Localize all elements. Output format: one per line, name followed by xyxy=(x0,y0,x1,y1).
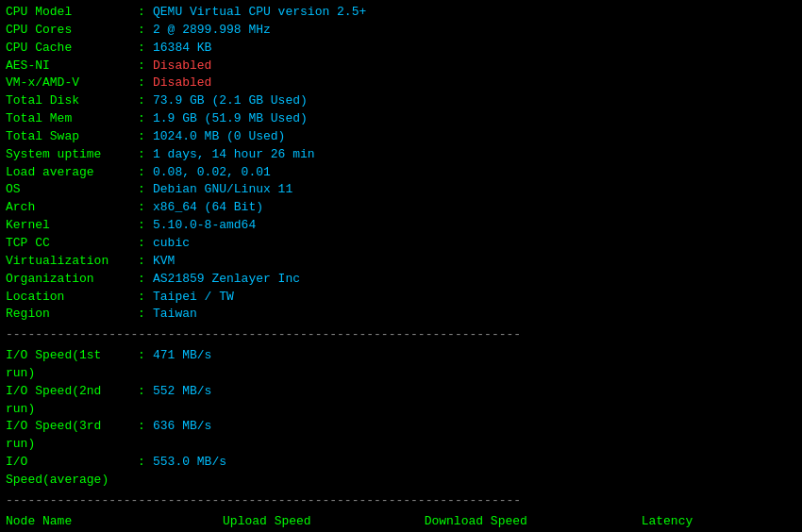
io-colon: : xyxy=(138,347,153,383)
speed-table-header: Latency xyxy=(642,513,796,531)
field-label: Load average xyxy=(6,164,138,182)
system-field-row: CPU Cores : 2 @ 2899.998 MHz xyxy=(6,22,796,40)
io-row: I/O Speed(average) : 553.0 MB/s xyxy=(6,454,796,490)
field-label: Total Disk xyxy=(6,92,138,110)
field-value: Disabled xyxy=(153,75,211,92)
field-value: 1 days, 14 hour 26 min xyxy=(153,146,315,164)
system-field-row: Location : Taipei / TW xyxy=(6,289,796,307)
field-label: CPU Cache xyxy=(6,40,138,58)
system-field-row: Total Swap : 1024.0 MB (0 Used) xyxy=(6,128,796,146)
field-label: Organization xyxy=(6,271,138,289)
field-label: Kernel xyxy=(6,217,138,235)
io-label: I/O Speed(2nd run) xyxy=(6,383,138,419)
speed-table: Node NameUpload SpeedDownload SpeedLaten… xyxy=(6,513,796,532)
field-colon: : xyxy=(138,181,153,199)
field-value: Taiwan xyxy=(153,306,197,324)
io-value: 471 MB/s xyxy=(153,347,211,383)
system-info: CPU Model : QEMU Virtual CPU version 2.5… xyxy=(6,4,796,324)
io-row: I/O Speed(1st run) : 471 MB/s xyxy=(6,347,796,383)
field-value: cubic xyxy=(153,235,190,253)
field-label: CPU Cores xyxy=(6,22,138,40)
field-value: QEMU Virtual CPU version 2.5+ xyxy=(153,4,366,22)
field-label: Arch xyxy=(6,199,138,217)
system-field-row: Load average : 0.08, 0.02, 0.01 xyxy=(6,164,796,182)
system-field-row: AES-NI : Disabled xyxy=(6,58,796,75)
field-value: 1.9 GB (51.9 MB Used) xyxy=(153,110,308,128)
field-colon: : xyxy=(138,271,153,289)
io-colon: : xyxy=(138,418,153,454)
field-label: AES-NI xyxy=(6,58,138,75)
system-field-row: VM-x/AMD-V : Disabled xyxy=(6,75,796,92)
field-value: KVM xyxy=(153,253,175,271)
field-value: 2 @ 2899.998 MHz xyxy=(153,22,271,40)
system-field-row: Total Mem : 1.9 GB (51.9 MB Used) xyxy=(6,110,796,128)
field-value: 0.08, 0.02, 0.01 xyxy=(153,164,271,182)
system-field-row: Region : Taiwan xyxy=(6,306,796,324)
field-colon: : xyxy=(138,146,153,164)
field-colon: : xyxy=(138,164,153,182)
system-field-row: Organization : AS21859 Zenlayer Inc xyxy=(6,271,796,289)
field-colon: : xyxy=(138,40,153,58)
field-colon: : xyxy=(138,306,153,324)
io-label: I/O Speed(average) xyxy=(6,454,138,490)
field-colon: : xyxy=(138,235,153,253)
field-label: Total Swap xyxy=(6,128,138,146)
system-field-row: Total Disk : 73.9 GB (2.1 GB Used) xyxy=(6,92,796,110)
field-colon: : xyxy=(138,22,153,40)
field-colon: : xyxy=(138,217,153,235)
field-label: TCP CC xyxy=(6,235,138,253)
io-section: I/O Speed(1st run) : 471 MB/sI/O Speed(2… xyxy=(6,347,796,490)
field-value: Taipei / TW xyxy=(153,289,234,307)
io-colon: : xyxy=(138,454,153,490)
field-colon: : xyxy=(138,199,153,217)
io-row: I/O Speed(2nd run) : 552 MB/s xyxy=(6,383,796,419)
io-row: I/O Speed(3rd run) : 636 MB/s xyxy=(6,418,796,454)
io-value: 552 MB/s xyxy=(153,383,211,419)
field-colon: : xyxy=(138,128,153,146)
field-value: x86_64 (64 Bit) xyxy=(153,199,263,217)
field-colon: : xyxy=(138,110,153,128)
field-colon: : xyxy=(138,289,153,307)
speed-table-header: Upload Speed xyxy=(223,513,425,531)
field-label: OS xyxy=(6,181,138,199)
speed-table-header: Node Name xyxy=(6,513,223,531)
system-field-row: Arch : x86_64 (64 Bit) xyxy=(6,199,796,217)
field-value: 1024.0 MB (0 Used) xyxy=(153,128,285,146)
field-colon: : xyxy=(138,253,153,271)
field-value: Debian GNU/Linux 11 xyxy=(153,181,292,199)
field-label: Region xyxy=(6,306,138,324)
system-field-row: Kernel : 5.10.0-8-amd64 xyxy=(6,217,796,235)
io-label: I/O Speed(3rd run) xyxy=(6,418,138,454)
field-label: Total Mem xyxy=(6,110,138,128)
io-colon: : xyxy=(138,383,153,419)
field-value: 16384 KB xyxy=(153,40,211,58)
system-field-row: Virtualization : KVM xyxy=(6,253,796,271)
field-value: AS21859 Zenlayer Inc xyxy=(153,271,300,289)
field-colon: : xyxy=(138,92,153,110)
speed-table-header: Download Speed xyxy=(425,513,642,531)
field-label: CPU Model xyxy=(6,4,138,22)
speed-section: Node NameUpload SpeedDownload SpeedLaten… xyxy=(6,513,796,532)
io-label: I/O Speed(1st run) xyxy=(6,347,138,383)
field-value: 73.9 GB (2.1 GB Used) xyxy=(153,92,308,110)
system-field-row: OS : Debian GNU/Linux 11 xyxy=(6,181,796,199)
io-value: 553.0 MB/s xyxy=(153,454,226,490)
divider2: ----------------------------------------… xyxy=(6,492,796,510)
field-label: Virtualization xyxy=(6,253,138,271)
system-field-row: System uptime : 1 days, 14 hour 26 min xyxy=(6,146,796,164)
field-value: Disabled xyxy=(153,58,211,75)
divider1: ----------------------------------------… xyxy=(6,326,796,344)
io-value: 636 MB/s xyxy=(153,418,211,454)
field-colon: : xyxy=(138,4,153,22)
system-field-row: TCP CC : cubic xyxy=(6,235,796,253)
field-label: VM-x/AMD-V xyxy=(6,75,138,92)
system-field-row: CPU Model : QEMU Virtual CPU version 2.5… xyxy=(6,4,796,22)
field-value: 5.10.0-8-amd64 xyxy=(153,217,256,235)
field-colon: : xyxy=(138,58,153,75)
field-label: Location xyxy=(6,289,138,307)
field-colon: : xyxy=(138,75,153,92)
system-field-row: CPU Cache : 16384 KB xyxy=(6,40,796,58)
field-label: System uptime xyxy=(6,146,138,164)
